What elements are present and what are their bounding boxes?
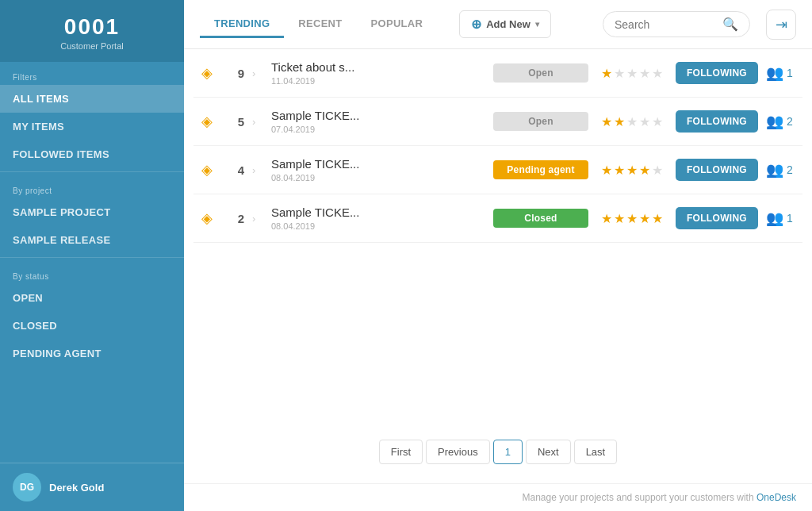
ticket-icon: ◈ [201,113,219,130]
follower-number: 1 [787,212,793,225]
divider-1 [0,171,184,172]
ticket-title: Ticket about s... [271,60,485,74]
ticket-list: ◈ 9 › Ticket about s... 11.04.2019 Open … [184,49,812,424]
sidebar-item-sample-release[interactable]: SAMPLE RELEASE [0,226,184,254]
star-4: ★ [639,163,650,178]
status-badge: Closed [493,209,588,228]
sidebar-item-sample-project[interactable]: SAMPLE PROJECT [0,198,184,226]
star-rating[interactable]: ★★★★★ [596,66,668,81]
ticket-date: 07.04.2019 [271,125,485,134]
table-row[interactable]: ◈ 9 › Ticket about s... 11.04.2019 Open … [193,49,802,98]
chevron-down-icon: ▾ [535,20,539,29]
ticket-info: Sample TICKE... 07.04.2019 [271,109,485,134]
follower-count: 👥 1 [766,64,795,82]
arrow-icon: › [252,116,263,128]
sidebar-footer: DG Derek Gold [0,463,184,511]
star-3: ★ [626,66,638,81]
follower-number: 2 [787,115,793,128]
ticket-date: 11.04.2019 [271,76,485,86]
ticket-icon: ◈ [201,161,219,179]
search-input[interactable] [615,18,718,31]
status-badge: Open [493,112,588,131]
star-rating[interactable]: ★★★★★ [596,211,668,226]
star-5: ★ [652,163,663,178]
followers-icon: 👥 [766,209,783,227]
ticket-number: 2 [227,212,244,225]
tab-popular[interactable]: POPULAR [357,11,438,38]
pagination: First Previous 1 Next Last [184,424,812,483]
star-rating[interactable]: ★★★★★ [596,163,668,178]
ticket-info: Sample TICKE... 08.04.2019 [271,157,485,182]
page-current-button[interactable]: 1 [493,440,523,464]
followers-icon: 👥 [766,161,783,179]
onedesk-link[interactable]: OneDesk [756,492,796,503]
sidebar-item-pending-agent[interactable]: PENDING AGENT [0,340,184,367]
star-2: ★ [614,163,625,178]
table-row[interactable]: ◈ 2 › Sample TICKE... 08.04.2019 Closed … [193,194,802,243]
main-content: TRENDING RECENT POPULAR ⊕ Add New ▾ 🔍 ⇥ … [184,0,812,511]
tab-trending[interactable]: TRENDING [200,11,284,38]
sidebar: 0001 Customer Portal Filters ALL ITEMS M… [0,0,184,511]
sidebar-item-all-items[interactable]: ALL ITEMS [0,85,184,113]
logout-button[interactable]: ⇥ [766,10,796,40]
table-row[interactable]: ◈ 5 › Sample TICKE... 07.04.2019 Open ★★… [193,98,802,146]
star-2: ★ [614,66,625,81]
star-3: ★ [626,211,638,226]
star-1: ★ [601,66,612,81]
arrow-icon: › [252,164,263,176]
following-button[interactable]: FOLLOWING [676,159,758,181]
sidebar-item-my-items[interactable]: MY ITEMS [0,113,184,140]
header: TRENDING RECENT POPULAR ⊕ Add New ▾ 🔍 ⇥ [184,0,812,49]
ticket-number: 9 [227,67,244,80]
search-box: 🔍 [603,11,750,37]
logout-icon: ⇥ [776,16,787,33]
user-name: Derek Gold [49,482,104,494]
ticket-title: Sample TICKE... [271,206,485,219]
sidebar-item-followed-items[interactable]: FOLLOWED ITEMS [0,140,184,168]
follower-count: 👥 1 [766,209,795,227]
followers-icon: 👥 [766,64,783,82]
star-1: ★ [601,163,612,178]
ticket-info: Sample TICKE... 08.04.2019 [271,206,485,231]
star-1: ★ [601,211,612,226]
tab-recent[interactable]: RECENT [284,11,356,38]
star-2: ★ [614,114,625,129]
follower-number: 2 [787,163,793,176]
ticket-title: Sample TICKE... [271,157,485,171]
ticket-icon: ◈ [201,64,219,82]
avatar: DG [13,473,41,501]
add-new-button[interactable]: ⊕ Add New ▾ [459,10,551,38]
following-button[interactable]: FOLLOWING [676,207,758,229]
filters-label: Filters [0,62,184,85]
page-previous-button[interactable]: Previous [426,440,490,464]
sidebar-logo: 0001 Customer Portal [0,0,184,62]
star-rating[interactable]: ★★★★★ [596,114,668,129]
tab-bar: TRENDING RECENT POPULAR [200,11,437,38]
add-new-label: Add New [486,18,530,30]
follower-number: 1 [787,67,793,79]
ticket-info: Ticket about s... 11.04.2019 [271,60,485,86]
sidebar-item-open[interactable]: OPEN [0,284,184,312]
arrow-icon: › [252,67,263,79]
star-5: ★ [652,211,663,226]
table-row[interactable]: ◈ 4 › Sample TICKE... 08.04.2019 Pending… [193,146,802,194]
follower-count: 👥 2 [766,113,795,130]
arrow-icon: › [252,213,263,225]
status-badge: Pending agent [493,160,588,179]
sidebar-item-closed[interactable]: CLOSED [0,312,184,340]
star-3: ★ [626,114,638,129]
by-project-label: By project [0,175,184,198]
ticket-number: 5 [227,115,244,129]
star-2: ★ [614,211,625,226]
follower-count: 👥 2 [766,161,795,179]
plus-circle-icon: ⊕ [471,17,481,32]
search-icon: 🔍 [722,17,738,32]
star-5: ★ [652,114,663,129]
page-next-button[interactable]: Next [526,440,571,464]
page-first-button[interactable]: First [379,440,423,464]
star-4: ★ [639,211,650,226]
by-status-label: By status [0,261,184,284]
following-button[interactable]: FOLLOWING [676,110,758,133]
following-button[interactable]: FOLLOWING [676,62,758,84]
page-last-button[interactable]: Last [574,440,618,464]
